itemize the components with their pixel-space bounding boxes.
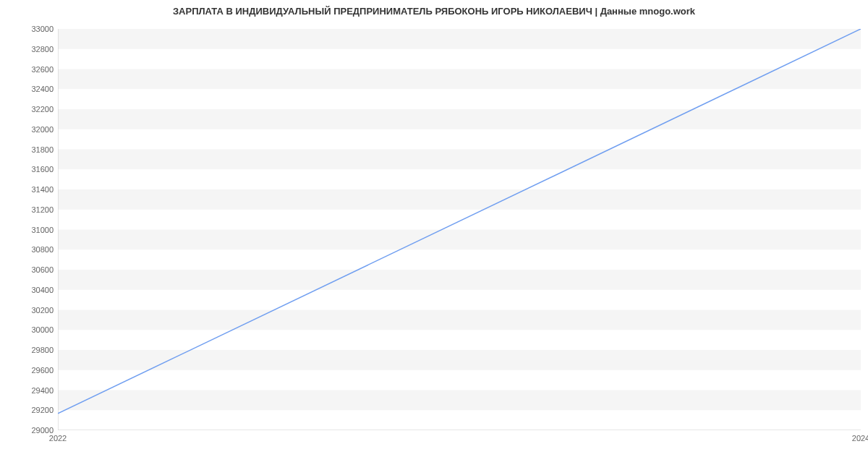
y-tick-label: 29400 — [3, 386, 54, 395]
y-tick-label: 32600 — [3, 65, 54, 74]
y-tick-label: 30600 — [3, 265, 54, 274]
y-tick-label: 29000 — [3, 426, 54, 435]
svg-rect-4 — [58, 230, 861, 250]
chart-container: ЗАРПЛАТА В ИНДИВИДУАЛЬНЫЙ ПРЕДПРИНИМАТЕЛ… — [0, 0, 868, 470]
svg-rect-7 — [58, 109, 861, 129]
svg-rect-3 — [58, 270, 861, 290]
y-tick-label: 30200 — [3, 306, 54, 315]
y-tick-label: 33000 — [3, 25, 54, 33]
y-tick-label: 30800 — [3, 245, 54, 254]
y-tick-label: 30400 — [3, 286, 54, 294]
y-tick-label: 31000 — [3, 226, 54, 234]
svg-rect-0 — [58, 390, 861, 411]
chart-svg — [58, 29, 861, 430]
y-tick-label: 29800 — [3, 346, 54, 354]
plot-area — [58, 29, 861, 430]
y-tick-label: 32400 — [3, 85, 54, 93]
y-tick-label: 31800 — [3, 145, 54, 154]
y-tick-label: 29600 — [3, 366, 54, 375]
x-tick-label: 2022 — [49, 434, 67, 443]
y-tick-label: 31200 — [3, 205, 54, 214]
y-tick-label: 32200 — [3, 105, 54, 114]
chart-title: ЗАРПЛАТА В ИНДИВИДУАЛЬНЫЙ ПРЕДПРИНИМАТЕЛ… — [0, 6, 868, 17]
y-tick-label: 32800 — [3, 45, 54, 54]
y-tick-label: 32000 — [3, 125, 54, 134]
svg-rect-2 — [58, 310, 861, 330]
svg-rect-6 — [58, 150, 861, 170]
svg-rect-1 — [58, 350, 861, 370]
x-tick-label: 2024 — [852, 434, 868, 443]
y-tick-label: 31600 — [3, 165, 54, 174]
svg-rect-5 — [58, 189, 861, 210]
y-tick-label: 30000 — [3, 325, 54, 334]
svg-rect-9 — [58, 29, 861, 49]
y-tick-label: 31400 — [3, 185, 54, 194]
y-tick-label: 29200 — [3, 406, 54, 414]
